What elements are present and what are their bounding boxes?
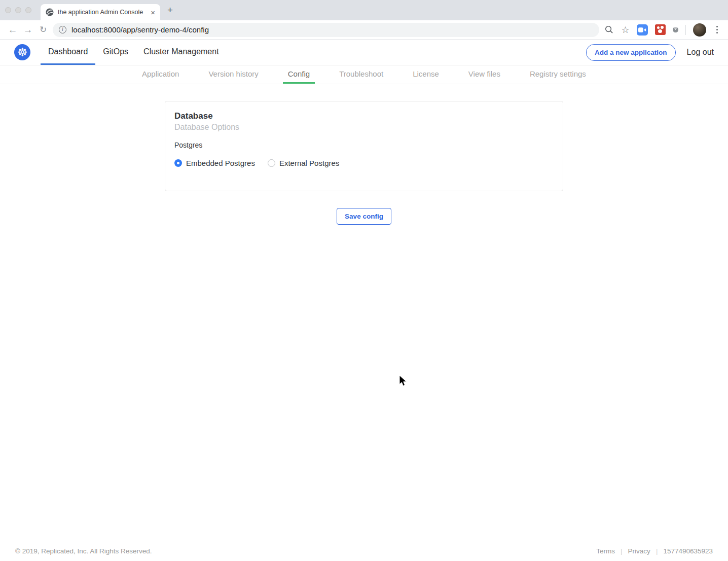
- radio-label: Embedded Postgres: [186, 159, 255, 167]
- app-subnav: Application Version history Config Troub…: [0, 65, 728, 84]
- radio-label: External Postgres: [279, 159, 339, 167]
- bookmark-star-icon[interactable]: ☆: [621, 25, 629, 34]
- radio-option-embedded-postgres[interactable]: Embedded Postgres: [174, 159, 255, 167]
- config-group-subtitle: Database Options: [174, 123, 554, 132]
- tab-version-history[interactable]: Version history: [203, 65, 263, 84]
- nav-item-gitops[interactable]: GitOps: [95, 40, 136, 65]
- minimize-window-button[interactable]: [15, 7, 21, 13]
- red-extension-icon[interactable]: [655, 24, 666, 35]
- footer-links: Terms | Privacy | 1577490635923: [596, 547, 713, 555]
- postgres-radio-group: Embedded Postgres External Postgres: [174, 159, 554, 167]
- browser-toolbar: ← → ↻ i localhost:8000/app/sentry-demo-4…: [0, 20, 728, 40]
- tab-registry-settings[interactable]: Registry settings: [525, 65, 591, 84]
- config-group-title: Database: [174, 111, 554, 121]
- footer-divider: |: [656, 547, 658, 555]
- page-footer: © 2019, Replicated, Inc. All Rights Rese…: [0, 541, 728, 561]
- globe-favicon-icon: [46, 8, 54, 16]
- nav-item-dashboard[interactable]: Dashboard: [41, 40, 95, 65]
- config-item-label: Postgres: [174, 141, 554, 149]
- gray-extension-icon[interactable]: [673, 27, 678, 32]
- browser-tab-strip: the application Admin Console × +: [0, 0, 728, 20]
- page-info-icon[interactable]: i: [59, 26, 66, 33]
- zoom-level-icon[interactable]: [604, 25, 614, 34]
- tab-license[interactable]: License: [408, 65, 444, 84]
- browser-tab[interactable]: the application Admin Console ×: [41, 4, 160, 20]
- browser-window: the application Admin Console × + ← → ↻ …: [0, 0, 728, 561]
- tab-title: the application Admin Console: [58, 9, 148, 16]
- close-window-button[interactable]: [5, 7, 11, 13]
- close-tab-icon[interactable]: ×: [151, 8, 155, 17]
- url-text: localhost:8000/app/sentry-demo-4/config: [71, 25, 209, 34]
- tab-view-files[interactable]: View files: [463, 65, 505, 84]
- kubernetes-logo-icon: ☸: [14, 44, 30, 60]
- app-header: ☸ Dashboard GitOps Cluster Management Ad…: [0, 40, 728, 65]
- radio-option-external-postgres[interactable]: External Postgres: [268, 159, 339, 167]
- radio-unselected-icon[interactable]: [268, 159, 275, 167]
- profile-avatar[interactable]: [693, 23, 706, 37]
- terms-link[interactable]: Terms: [596, 547, 615, 555]
- config-group-card: Database Database Options Postgres Embed…: [165, 101, 563, 191]
- save-config-button[interactable]: Save config: [337, 208, 391, 225]
- back-icon[interactable]: ←: [5, 24, 20, 36]
- logout-link[interactable]: Log out: [687, 48, 714, 57]
- nav-item-cluster-management[interactable]: Cluster Management: [136, 40, 227, 65]
- toolbar-divider: [685, 25, 686, 35]
- new-tab-button[interactable]: +: [167, 5, 173, 16]
- tab-config[interactable]: Config: [283, 65, 315, 84]
- forward-icon[interactable]: →: [20, 24, 35, 36]
- maximize-window-button[interactable]: [25, 7, 31, 13]
- radio-selected-icon[interactable]: [174, 159, 182, 167]
- video-call-extension-icon[interactable]: [637, 24, 648, 36]
- add-new-application-button[interactable]: Add a new application: [586, 44, 676, 61]
- tab-application[interactable]: Application: [137, 65, 184, 84]
- privacy-link[interactable]: Privacy: [628, 547, 650, 555]
- tab-troubleshoot[interactable]: Troubleshoot: [334, 65, 388, 84]
- header-actions: Add a new application Log out: [586, 40, 714, 65]
- footer-divider: |: [621, 547, 623, 555]
- address-bar[interactable]: i localhost:8000/app/sentry-demo-4/confi…: [53, 23, 599, 37]
- build-id-text: 1577490635923: [663, 547, 713, 555]
- mouse-cursor: [399, 375, 408, 387]
- window-controls: [5, 7, 31, 13]
- primary-nav: Dashboard GitOps Cluster Management: [41, 40, 227, 65]
- config-page: Database Database Options Postgres Embed…: [0, 101, 728, 225]
- reload-icon[interactable]: ↻: [35, 24, 51, 35]
- browser-menu-icon[interactable]: [713, 26, 721, 33]
- copyright-text: © 2019, Replicated, Inc. All Rights Rese…: [15, 547, 152, 555]
- toolbar-icons: ☆: [604, 23, 723, 37]
